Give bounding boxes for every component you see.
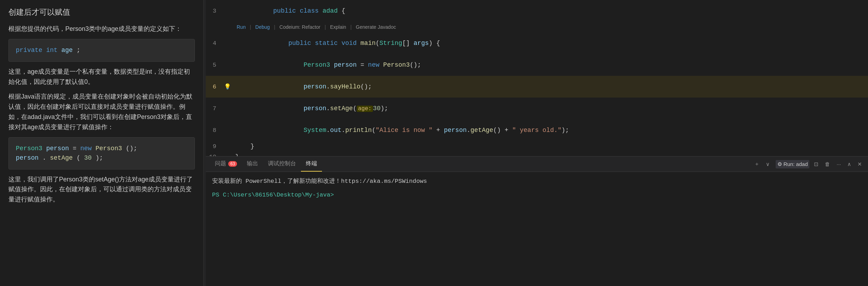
ps-prompt-text: PS C:\Users\86156\Desktop\My-java> — [212, 192, 334, 198]
lightbulb-icon[interactable]: 💡 — [224, 83, 231, 90]
tab-problems[interactable]: 问题 63 — [210, 157, 242, 172]
paragraph1: 根据您提供的代码，Person3类中的age成员变量的定义如下： — [8, 24, 195, 34]
code-line-8: 8 System.out.println("Alice is now " + p… — [206, 119, 868, 141]
editor-area: 3 public class adad { Run | Debug | Code… — [206, 0, 868, 156]
line-content-7: person.setAge(age:30); — [232, 98, 868, 119]
run-debug-bar: Run | Debug | Codeium: Refactor | Explai… — [206, 22, 868, 32]
run-link[interactable]: Run — [237, 24, 246, 30]
line-num-4: 4 — [206, 40, 223, 47]
run-name-badge: ⚙ Run: adad — [776, 160, 809, 168]
line-content-9: } — [232, 143, 868, 150]
line-content-10: } — [232, 153, 868, 156]
line-num-3: 3 — [206, 8, 223, 14]
debug-link[interactable]: Debug — [255, 24, 270, 30]
line-num-10: 10 — [206, 154, 223, 157]
var-age: age — [61, 47, 73, 54]
line-num-8: 8 — [206, 127, 223, 134]
line-num-7: 7 — [206, 105, 223, 112]
code-line-2: person . setAge ( 30 ); — [16, 153, 188, 163]
terminal-tabs-bar: 问题 63 输出 调试控制台 终端 ＋ ∨ ⚙ Run: adad ⊡ 🗑 ··… — [206, 157, 868, 172]
line-content-5: Person3 person = new Person3(); — [232, 54, 868, 75]
tab-debug-console-label: 调试控制台 — [268, 160, 296, 167]
add-terminal-button[interactable]: ＋ — [752, 160, 761, 168]
run-debug-text: Run | Debug | Codeium: Refactor | Explai… — [232, 24, 397, 30]
code-line-4: 4 public static void main(String[] args)… — [206, 32, 868, 54]
left-panel: 创建后才可以赋值 根据您提供的代码，Person3类中的age成员变量的定义如下… — [0, 0, 204, 286]
line-content-6: person.sayHello(); — [232, 76, 868, 97]
tab-output[interactable]: 输出 — [242, 157, 263, 172]
tab-problems-label: 问题 — [215, 160, 226, 167]
split-terminal-button[interactable]: ⊡ — [812, 160, 820, 168]
codeium-refactor[interactable]: Codeium: Refactor — [280, 24, 321, 30]
chevron-up-icon[interactable]: ∧ — [846, 160, 853, 168]
code-block-2: Person3 person = new Person3 (); person … — [8, 137, 195, 169]
line-content-4: public static void main(String[] args) { — [232, 33, 868, 54]
line-num-5: 5 — [206, 62, 223, 68]
right-panel: 3 public class adad { Run | Debug | Code… — [206, 0, 868, 286]
kw-int: int — [46, 47, 57, 54]
code-line-3: 3 public class adad { — [206, 0, 868, 22]
gutter-6: 💡 — [223, 83, 232, 90]
left-panel-title: 创建后才可以赋值 — [8, 7, 195, 18]
kw-private: private — [16, 47, 42, 54]
chevron-down-icon[interactable]: ∨ — [764, 160, 771, 168]
delete-terminal-button[interactable]: 🗑 — [823, 160, 832, 168]
code-line-1: Person3 person = new Person3 (); — [16, 144, 188, 153]
code-line-6: 6 💡 person.sayHello(); — [206, 76, 868, 98]
terminal-content: 安装最新的 PowerShell，了解新功能和改进！https://aka.ms… — [206, 172, 868, 286]
line-content-3: public class adad { — [232, 0, 868, 21]
line-content-8: System.out.println("Alice is now " + per… — [232, 120, 868, 141]
tab-problems-badge: 63 — [228, 161, 237, 167]
terminal-line-1: 安装最新的 PowerShell，了解新功能和改进！https://aka.ms… — [212, 177, 862, 185]
more-actions-button[interactable]: ··· — [835, 160, 843, 168]
code-line-9: 9 } — [206, 141, 868, 152]
code-block-1: private int age ; — [8, 39, 195, 62]
terminal-prompt[interactable]: PS C:\Users\86156\Desktop\My-java> — [212, 192, 862, 198]
tab-terminal[interactable]: 终端 — [301, 157, 322, 172]
generate-javadoc[interactable]: Generate Javadoc — [356, 24, 396, 30]
close-panel-button[interactable]: ✕ — [856, 160, 864, 168]
inline-hint-age: age: — [357, 106, 373, 112]
line-num-9: 9 — [206, 143, 223, 150]
tab-debug-console[interactable]: 调试控制台 — [263, 157, 301, 172]
paragraph3: 根据Java语言的规定，成员变量在创建对象时会被自动初始化为默认值，因此在创建对… — [8, 92, 195, 132]
code-line-10: 10 } — [206, 152, 868, 156]
explain-link[interactable]: Explain — [330, 24, 346, 30]
line-num-6: 6 — [206, 84, 223, 90]
paragraph2: 这里，age成员变量是一个私有变量，数据类型是int，没有指定初始化值，因此使用… — [8, 67, 195, 87]
tab-terminal-label: 终端 — [306, 160, 317, 167]
terminal-line-blank — [212, 185, 862, 192]
paragraph4: 这里，我们调用了Person3类的setAge()方法对age成员变量进行了赋值… — [8, 174, 195, 205]
code-line-7: 7 person.setAge(age:30); — [206, 98, 868, 119]
code-editor[interactable]: 3 public class adad { Run | Debug | Code… — [206, 0, 868, 156]
code-line-5: 5 Person3 person = new Person3(); — [206, 54, 868, 76]
terminal-actions: ＋ ∨ ⚙ Run: adad ⊡ 🗑 ··· ∧ ✕ — [752, 160, 864, 168]
terminal-panel: 问题 63 输出 调试控制台 终端 ＋ ∨ ⚙ Run: adad ⊡ 🗑 ··… — [206, 156, 868, 286]
tab-output-label: 输出 — [247, 160, 258, 167]
